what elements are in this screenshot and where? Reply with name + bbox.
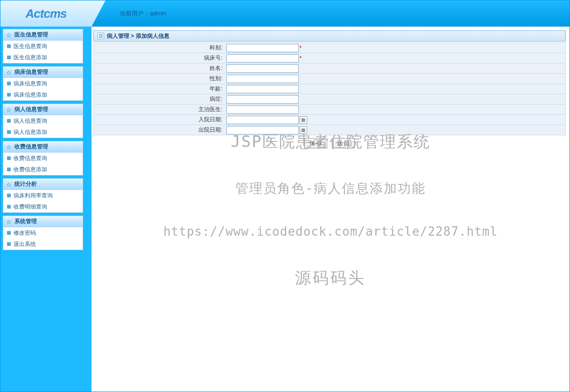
sidebar-item-label: 医生信息查询 <box>14 42 47 50</box>
sidebar-group-header: 统计分析 <box>3 179 83 190</box>
sidebar-group-header: 收费信息管理 <box>3 141 83 153</box>
sidebar-group: 收费信息管理收费信息查询收费信息添加 <box>3 141 83 175</box>
sidebar-item[interactable]: 收费明细查询 <box>3 201 83 212</box>
form-row: 年龄: <box>94 84 566 94</box>
sidebar-item-label: 收费明细查询 <box>14 203 47 211</box>
text-input[interactable] <box>226 44 299 52</box>
form-label: 出院日期: <box>94 125 225 135</box>
current-user: 当前用户：admin <box>120 9 166 18</box>
star-icon <box>6 218 13 225</box>
sidebar-item[interactable]: 病床信息添加 <box>3 89 83 100</box>
required-mark: * <box>300 45 302 51</box>
required-mark: * <box>300 55 302 62</box>
star-icon <box>6 69 13 76</box>
breadcrumb: 病人管理 > 添加病人信息 <box>107 32 169 40</box>
text-input[interactable] <box>226 85 299 93</box>
bullet-icon <box>7 231 11 235</box>
text-input[interactable] <box>226 54 299 63</box>
sidebar-group: 病人信息管理病人信息查询病人信息添加 <box>3 104 83 138</box>
form-row: 主治医生: <box>94 105 566 115</box>
form-row: 姓名: <box>94 63 566 74</box>
form-label: 性别: <box>94 74 225 84</box>
sidebar-item-label: 病人信息添加 <box>14 128 47 136</box>
form-table: 科别:*病床号:*姓名:性别:年龄:病症:主治医生:入院日期:▦出院日期:▦ <box>93 42 566 135</box>
form-row: 科别:* <box>94 43 566 53</box>
sidebar-item-label: 收费信息查询 <box>14 154 47 162</box>
sidebar-item[interactable]: 病人信息查询 <box>3 115 83 126</box>
sidebar-item[interactable]: 病人信息添加 <box>3 126 83 138</box>
form-row: 出院日期:▦ <box>94 125 566 135</box>
form-row: 病床号:* <box>94 53 566 63</box>
form-cell: ▦ <box>225 125 566 135</box>
watermark-brand: 源码码头 <box>91 267 570 289</box>
text-input[interactable] <box>226 95 299 104</box>
sidebar-item-label: 病床信息添加 <box>14 91 47 99</box>
sidebar-group-title: 系统管理 <box>14 217 37 225</box>
sidebar-group-title: 病床信息管理 <box>14 68 48 76</box>
logo: Actcms <box>0 0 91 27</box>
sidebar-item[interactable]: 医生信息添加 <box>3 52 83 63</box>
sidebar-accent <box>85 66 89 101</box>
sidebar-accent <box>85 104 89 138</box>
bullet-icon <box>7 44 11 48</box>
form-label: 年龄: <box>94 84 225 94</box>
text-input[interactable] <box>226 64 299 73</box>
save-button[interactable]: 保 存 <box>304 138 327 148</box>
form-cell: ▦ <box>225 115 566 125</box>
watermark-url: https://www.icodedock.com/article/2287.h… <box>91 224 570 238</box>
sidebar-group: 统计分析病床利用率查询收费明细查询 <box>3 178 83 213</box>
form-cell <box>225 63 566 74</box>
sidebar-item[interactable]: 病床信息查询 <box>3 78 83 89</box>
sidebar-group: 系统管理修改密码退出系统 <box>3 216 83 250</box>
form-row: 病症: <box>94 94 566 105</box>
back-button[interactable]: 返 回 <box>332 138 355 148</box>
document-icon <box>98 33 104 39</box>
date-input[interactable] <box>226 126 299 134</box>
sidebar-item[interactable]: 收费信息添加 <box>3 164 83 175</box>
sidebar-item[interactable]: 退出系统 <box>3 238 83 250</box>
sidebar-item[interactable]: 修改密码 <box>3 227 83 238</box>
sidebar-item-label: 病人信息查询 <box>14 117 47 125</box>
sidebar-group-title: 统计分析 <box>14 180 37 188</box>
bullet-icon <box>7 156 11 160</box>
sidebar-group-title: 收费信息管理 <box>14 143 48 151</box>
bullet-icon <box>7 242 11 246</box>
main-content: 病人管理 > 添加病人信息 科别:*病床号:*姓名:性别:年龄:病症:主治医生:… <box>91 27 570 392</box>
calendar-icon[interactable]: ▦ <box>300 126 307 134</box>
sidebar-item[interactable]: 病床利用率查询 <box>3 190 83 201</box>
bullet-icon <box>7 93 11 97</box>
form-row: 入院日期:▦ <box>94 115 566 125</box>
breadcrumb-bar: 病人管理 > 添加病人信息 <box>93 30 566 42</box>
form-label: 主治医生: <box>94 105 225 115</box>
text-input[interactable] <box>226 75 299 83</box>
sidebar-item-label: 修改密码 <box>14 229 36 237</box>
sidebar-group: 病床信息管理病床信息查询病床信息添加 <box>3 66 83 101</box>
bullet-icon <box>7 194 11 197</box>
sidebar-item-label: 病床信息查询 <box>14 80 47 88</box>
calendar-icon[interactable]: ▦ <box>300 116 307 124</box>
bullet-icon <box>7 82 11 85</box>
sidebar-item-label: 病床利用率查询 <box>14 192 53 200</box>
date-input[interactable] <box>226 116 299 124</box>
sidebar-group: 医生信息管理医生信息查询医生信息添加 <box>3 29 83 63</box>
sidebar-accent <box>85 178 89 213</box>
form-label: 入院日期: <box>94 115 225 125</box>
bullet-icon <box>7 130 11 134</box>
sidebar-item-label: 医生信息添加 <box>14 54 47 62</box>
form-cell: * <box>225 53 566 63</box>
sidebar: 医生信息管理医生信息查询医生信息添加病床信息管理病床信息查询病床信息添加病人信息… <box>0 27 91 392</box>
form-row: 性别: <box>94 74 566 84</box>
button-row: 保 存 返 回 <box>93 138 566 148</box>
header-bar: Actcms 当前用户：admin <box>0 0 570 27</box>
text-input[interactable] <box>226 105 299 114</box>
form-label: 病床号: <box>94 53 225 63</box>
sidebar-accent <box>85 216 89 250</box>
bullet-icon <box>7 168 11 171</box>
sidebar-group-title: 医生信息管理 <box>14 31 48 39</box>
sidebar-item[interactable]: 医生信息查询 <box>3 41 83 52</box>
bullet-icon <box>7 205 11 209</box>
sidebar-group-header: 系统管理 <box>3 216 83 227</box>
sidebar-group-title: 病人信息管理 <box>14 105 48 113</box>
sidebar-accent <box>85 141 89 175</box>
sidebar-item[interactable]: 收费信息查询 <box>3 153 83 164</box>
